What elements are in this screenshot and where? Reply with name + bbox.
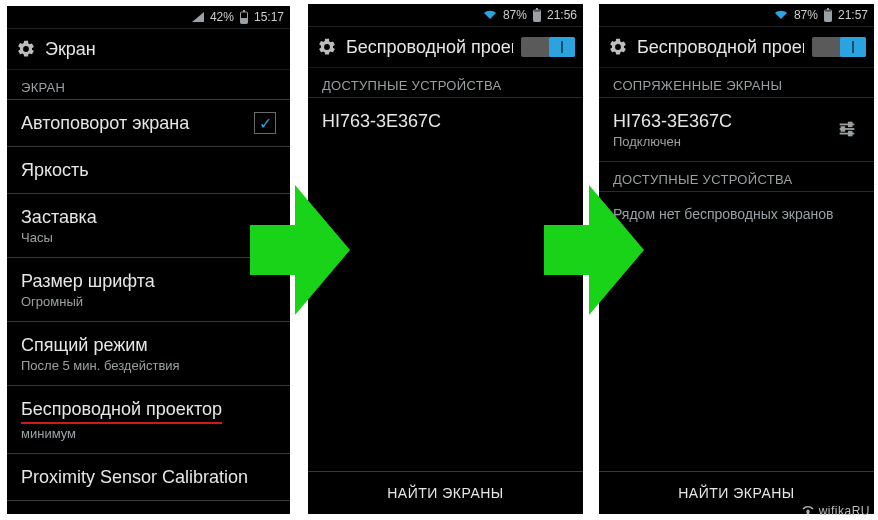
status-bar: 87% 21:56	[308, 4, 583, 27]
screen-2-wireless-projector-list: 87% 21:56 Беспроводной проектор ДОСТУПНЫ…	[308, 4, 583, 514]
row-screensaver[interactable]: Заставка Часы	[7, 194, 290, 257]
master-toggle[interactable]	[812, 37, 866, 57]
label: Яркость	[21, 159, 276, 181]
wifi-icon	[774, 10, 788, 20]
row-sleep[interactable]: Спящий режим После 5 мин. бездействия	[7, 322, 290, 385]
title-bar: Экран	[7, 29, 290, 70]
svg-rect-12	[849, 122, 852, 126]
clock: 21:56	[547, 8, 577, 22]
battery-icon	[824, 8, 832, 22]
clock: 21:57	[838, 8, 868, 22]
screen-1-display-settings: 42% 15:17 Экран ЭКРАН Автоповорот экрана…	[7, 6, 290, 514]
svg-rect-5	[533, 11, 540, 21]
watermark: wifikaRU	[801, 504, 870, 518]
svg-rect-13	[842, 127, 845, 131]
find-screens-button[interactable]: НАЙТИ ЭКРАНЫ	[308, 471, 583, 514]
battery-icon	[240, 10, 248, 24]
gear-icon[interactable]	[15, 38, 37, 60]
sliders-icon[interactable]	[836, 118, 860, 142]
section-paired-screens: СОПРЯЖЕННЫЕ ЭКРАНЫ	[599, 68, 874, 97]
svg-rect-14	[849, 131, 852, 135]
label: Автоповорот экрана	[21, 112, 254, 134]
title-bar: Беспроводной проектор	[308, 27, 583, 68]
status-bar: 87% 21:57	[599, 4, 874, 27]
page-title: Экран	[45, 39, 282, 60]
title-bar: Беспроводной проектор	[599, 27, 874, 68]
page-title: Беспроводной проектор	[637, 37, 804, 58]
battery-percent: 42%	[210, 10, 234, 24]
row-empty: Рядом нет беспроводных экранов	[599, 192, 874, 234]
device-status: Подключен	[613, 134, 836, 149]
label: Proximity Sensor Calibration	[21, 466, 276, 488]
page-title: Беспроводной проектор	[346, 37, 513, 58]
status-bar: 42% 15:17	[7, 6, 290, 29]
svg-rect-2	[240, 18, 247, 24]
svg-rect-8	[824, 11, 831, 21]
sublabel: После 5 мин. бездействия	[21, 358, 276, 373]
battery-percent: 87%	[503, 8, 527, 22]
row-device[interactable]: HI763-3E367C	[308, 98, 583, 144]
button-label: НАЙТИ ЭКРАНЫ	[387, 485, 503, 501]
screen-3-wireless-projector-connected: 87% 21:57 Беспроводной проектор СОПРЯЖЕН…	[599, 4, 874, 514]
gear-icon[interactable]	[316, 36, 338, 58]
button-label: НАЙТИ ЭКРАНЫ	[678, 485, 794, 501]
row-fontsize[interactable]: Размер шрифта Огромный	[7, 258, 290, 321]
signal-icon	[192, 12, 204, 22]
checkbox-icon[interactable]: ✓	[254, 112, 276, 134]
label: Размер шрифта	[21, 270, 276, 292]
sublabel: Часы	[21, 230, 276, 245]
label: Беспроводной проектор	[21, 398, 222, 424]
label: Заставка	[21, 206, 276, 228]
battery-percent: 87%	[794, 8, 818, 22]
sublabel: Огромный	[21, 294, 276, 309]
battery-icon	[533, 8, 541, 22]
sublabel: минимум	[21, 426, 276, 441]
clock: 15:17	[254, 10, 284, 24]
label: G-Sensor calibration	[21, 513, 276, 514]
label: Спящий режим	[21, 334, 276, 356]
watermark-text: wifikaRU	[819, 504, 870, 518]
row-autorotate[interactable]: Автоповорот экрана ✓	[7, 100, 290, 146]
device-name: HI763-3E367C	[613, 110, 836, 132]
section-screen: ЭКРАН	[7, 70, 290, 99]
master-toggle[interactable]	[521, 37, 575, 57]
row-gsensor-calibration[interactable]: G-Sensor calibration	[7, 501, 290, 514]
row-proximity-calibration[interactable]: Proximity Sensor Calibration	[7, 454, 290, 500]
section-available-devices: ДОСТУПНЫЕ УСТРОЙСТВА	[599, 162, 874, 191]
device-name: HI763-3E367C	[322, 110, 569, 132]
wifi-icon	[801, 504, 815, 518]
row-brightness[interactable]: Яркость	[7, 147, 290, 193]
wifi-icon	[483, 10, 497, 20]
section-available-devices: ДОСТУПНЫЕ УСТРОЙСТВА	[308, 68, 583, 97]
gear-icon[interactable]	[607, 36, 629, 58]
row-wireless-projector[interactable]: Беспроводной проектор минимум	[7, 386, 290, 453]
row-paired-device[interactable]: HI763-3E367C Подключен	[599, 98, 874, 161]
empty-text: Рядом нет беспроводных экранов	[613, 206, 860, 222]
